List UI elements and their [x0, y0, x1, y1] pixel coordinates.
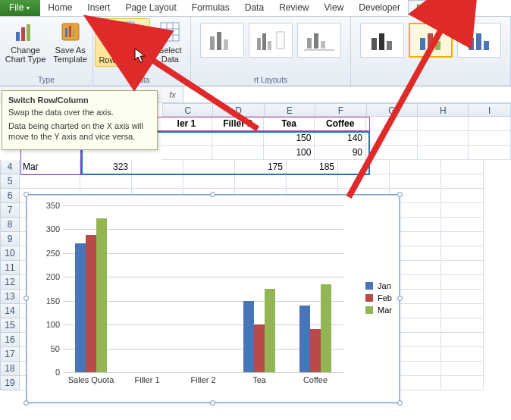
row-header-8[interactable]: 8 [0, 218, 20, 232]
row-header-4[interactable]: 4 [0, 160, 20, 174]
cell[interactable] [235, 174, 287, 189]
cell[interactable] [441, 189, 484, 203]
style-option-1[interactable] [360, 23, 404, 58]
col-header-i[interactable]: I [469, 103, 511, 117]
row-header-9[interactable]: 9 [0, 232, 20, 246]
col-header-g[interactable]: G [367, 103, 418, 117]
cell-g3[interactable] [366, 146, 418, 160]
cell-h1[interactable] [418, 117, 469, 131]
row-header-19[interactable]: 19 [0, 376, 20, 390]
cell-e1[interactable]: Tea [264, 117, 315, 131]
row-header-13[interactable]: 13 [0, 290, 20, 304]
cell-i2[interactable] [469, 131, 511, 146]
tab-formulas[interactable]: Formulas [184, 0, 237, 16]
row-header-11[interactable]: 11 [0, 261, 20, 275]
ribbon: Change Chart Type Save As Template Type … [0, 17, 511, 86]
cell-f1[interactable]: Coffee [315, 117, 366, 131]
cell[interactable] [441, 261, 484, 275]
cell-i3[interactable] [469, 146, 511, 160]
cell-g2[interactable] [366, 131, 418, 146]
tab-data[interactable]: Data [237, 0, 271, 16]
cell-e2[interactable]: 150 [264, 131, 315, 146]
row-header-10[interactable]: 10 [0, 246, 20, 261]
row-header-15[interactable]: 15 [0, 318, 20, 333]
row-header-6[interactable]: 6 [0, 189, 20, 203]
cell-f3[interactable]: 90 [315, 146, 366, 160]
tab-design[interactable]: Design [408, 0, 453, 17]
cell[interactable] [441, 318, 484, 333]
cell-d4[interactable] [183, 160, 235, 174]
select-data-button[interactable]: Select Data [152, 18, 188, 65]
cell-c3[interactable] [161, 146, 213, 160]
cell-e3[interactable]: 100 [264, 146, 315, 160]
cell[interactable] [441, 362, 484, 376]
row-header-14[interactable]: 14 [0, 304, 20, 318]
formula-input[interactable] [183, 86, 511, 102]
cell-f4[interactable]: 185 [287, 160, 338, 174]
style-option-3[interactable] [457, 23, 501, 58]
cell[interactable] [441, 347, 484, 362]
row-header-12[interactable]: 12 [0, 275, 20, 290]
change-chart-type-button[interactable]: Change Chart Type [2, 18, 49, 65]
cell-h2[interactable] [418, 131, 469, 146]
cell-g4[interactable] [338, 160, 390, 174]
col-header-f[interactable]: F [315, 103, 366, 117]
cell-d1[interactable]: Filler 2 [212, 117, 264, 131]
cell[interactable] [441, 290, 484, 304]
cell[interactable] [338, 174, 390, 189]
cell-h4[interactable] [390, 160, 441, 174]
row-header-16[interactable]: 16 [0, 333, 20, 347]
cell[interactable] [183, 174, 235, 189]
cell-c1[interactable]: ler 1 [161, 117, 213, 131]
layout-option-2[interactable] [249, 23, 293, 58]
tab-page-layout[interactable]: Page Layout [118, 0, 183, 16]
cell-d2[interactable] [212, 131, 264, 146]
tab-partial[interactable]: L [453, 0, 473, 16]
row-header-18[interactable]: 18 [0, 362, 20, 376]
cell[interactable] [132, 174, 183, 189]
cell[interactable] [441, 232, 484, 246]
cell-a4[interactable]: Mar [20, 160, 80, 174]
cell[interactable] [287, 174, 338, 189]
cell[interactable] [80, 174, 132, 189]
col-header-h[interactable]: H [418, 103, 469, 117]
cell-h3[interactable] [418, 146, 469, 160]
tab-insert[interactable]: Insert [80, 0, 118, 16]
cell[interactable] [441, 218, 484, 232]
tab-developer[interactable]: Developer [351, 0, 408, 16]
cell[interactable] [441, 275, 484, 290]
cell-g1[interactable] [366, 117, 418, 131]
cell-i4[interactable] [441, 160, 484, 174]
cell[interactable] [441, 304, 484, 318]
tab-view[interactable]: View [317, 0, 352, 16]
col-header-e[interactable]: E [265, 103, 315, 117]
col-header-d[interactable]: D [213, 103, 264, 117]
tab-review[interactable]: Review [271, 0, 316, 16]
cell-e4[interactable]: 175 [235, 160, 287, 174]
row-header-17[interactable]: 17 [0, 347, 20, 362]
cell[interactable] [390, 174, 441, 189]
row-header-7[interactable]: 7 [0, 203, 20, 218]
switch-row-column-button[interactable]: Switch Row/Column [95, 18, 150, 67]
cell-b4[interactable]: 323 [80, 160, 132, 174]
layout-option-1[interactable] [200, 23, 244, 58]
style-option-2[interactable] [409, 23, 453, 58]
file-tab[interactable]: File ▾ [0, 0, 40, 16]
cell-c4[interactable] [132, 160, 183, 174]
cell[interactable] [20, 174, 80, 189]
embedded-chart[interactable]: 050100150200250300350 JanFebMar Sales Qu… [26, 194, 400, 403]
cell-f2[interactable]: 140 [315, 131, 366, 146]
cell-d3[interactable] [212, 146, 264, 160]
cell-i1[interactable] [469, 117, 511, 131]
cell[interactable] [441, 203, 484, 218]
cell[interactable] [441, 376, 484, 390]
col-header-c[interactable]: C [162, 103, 213, 117]
save-as-template-button[interactable]: Save As Template [50, 18, 90, 65]
tab-home[interactable]: Home [40, 0, 80, 16]
row-header-5[interactable]: 5 [0, 174, 20, 189]
cell[interactable] [441, 333, 484, 347]
cell[interactable] [441, 174, 484, 189]
layout-option-3[interactable] [297, 23, 341, 58]
cell-c2[interactable] [161, 131, 213, 146]
cell[interactable] [441, 246, 484, 261]
